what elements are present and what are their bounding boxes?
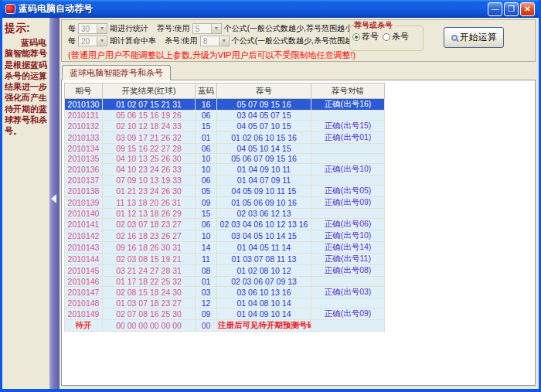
column-header-3[interactable]: 荐号 bbox=[217, 84, 311, 99]
table-row[interactable]: 201013911 13 18 20 26 310901 05 06 09 10… bbox=[65, 197, 385, 209]
restore-button[interactable]: ❐ bbox=[504, 2, 519, 16]
tab-blue-ball-picks[interactable]: 蓝球电脑智能荐号和杀号 bbox=[62, 65, 171, 80]
cell-pick: 04 05 09 10 11 15 bbox=[217, 186, 311, 197]
kill-formula-count-select[interactable]: 8 ▾ bbox=[200, 36, 230, 46]
cell-period: 2010131 bbox=[65, 111, 103, 121]
cell-pick: 02 03 06 07 09 13 bbox=[217, 277, 311, 287]
radio-icon[interactable] bbox=[352, 33, 360, 41]
magnifier-icon bbox=[451, 35, 458, 41]
run-button[interactable]: 开始运算 bbox=[444, 27, 504, 48]
column-header-0[interactable]: 期号 bbox=[65, 84, 103, 99]
table-row[interactable]: 201013707 09 10 13 19 330601 04 07 09 11 bbox=[65, 176, 385, 186]
tab-page: 期号开奖结果(红球)蓝码荐号荐号对错 201013001 02 07 15 21… bbox=[61, 80, 536, 386]
table-row[interactable]: 201014601 17 18 22 25 320102 03 06 07 09… bbox=[65, 277, 385, 287]
cell-result: 02 03 07 18 23 27 bbox=[103, 219, 196, 230]
table-row[interactable]: 201014402 03 08 15 19 211101 03 07 08 11… bbox=[65, 254, 385, 265]
column-header-4[interactable]: 荐号对错 bbox=[311, 84, 385, 99]
cell-pick: 01 04 09 10 14 bbox=[217, 308, 311, 320]
table-row[interactable]: 待开00 00 00 00 00 0000注册后可见待开期预测号码! bbox=[65, 320, 385, 332]
cell-result: 01 02 07 15 21 31 bbox=[103, 99, 196, 111]
cell-period: 2010140 bbox=[65, 209, 103, 219]
cell-pick: 01 02 08 10 12 bbox=[217, 265, 311, 277]
table-row[interactable]: 201014702 08 15 18 24 300303 06 10 13 16… bbox=[65, 287, 385, 298]
table-row[interactable]: 201014309 16 18 26 30 311401 04 05 11 14… bbox=[65, 242, 385, 254]
cell-blue: 08 bbox=[196, 265, 217, 277]
cell-blue: 01 bbox=[196, 132, 217, 144]
tip-body: 蓝码电脑智能荐号是根据蓝码杀号的运算结果进一步强化而产生待开期的蓝球荐号和杀号。 bbox=[5, 37, 48, 137]
cell-blue: 10 bbox=[196, 230, 217, 242]
table-row[interactable]: 201014503 21 24 27 28 310801 02 08 10 12… bbox=[65, 265, 385, 277]
cell-pick: 01 04 08 10 14 bbox=[217, 298, 311, 308]
cell-period: 2010141 bbox=[65, 219, 103, 230]
table-row[interactable]: 201013801 21 23 24 26 300504 05 09 10 11… bbox=[65, 186, 385, 197]
table-row[interactable]: 201014202 16 18 23 26 271003 04 05 10 14… bbox=[65, 230, 385, 242]
cell-period: 2010135 bbox=[65, 154, 103, 164]
cell-pick: 01 04 09 10 11 bbox=[217, 164, 311, 176]
cell-pick: 02 03 04 06 10 12 13 16 bbox=[217, 219, 311, 230]
chevron-down-icon[interactable]: ▾ bbox=[97, 36, 107, 46]
titlebar: 蓝码电脑自动荐号 — ❐ ✕ bbox=[2, 0, 539, 18]
table-row[interactable]: 201014102 03 07 18 23 270602 03 04 06 10… bbox=[65, 219, 385, 230]
cell-verdict bbox=[311, 320, 385, 332]
cell-verdict bbox=[311, 176, 385, 186]
table-row[interactable]: 201013604 10 23 24 26 331001 04 09 10 11… bbox=[65, 164, 385, 176]
kill-formula-count-value: 8 bbox=[201, 37, 219, 46]
mode-radio-label: 荐号 bbox=[362, 31, 379, 43]
stat-periods-value: 30 bbox=[79, 25, 97, 33]
chevron-down-icon[interactable]: ▾ bbox=[211, 24, 221, 33]
mode-radio-荐号[interactable]: 荐号 bbox=[352, 31, 379, 43]
cell-period: 2010130 bbox=[65, 99, 103, 111]
cell-pick: 03 06 10 13 16 bbox=[217, 287, 311, 298]
cell-pick: 04 05 07 10 15 bbox=[217, 121, 311, 132]
cell-blue: 14 bbox=[196, 242, 217, 254]
cell-pick: 01 04 07 09 11 bbox=[217, 176, 311, 186]
hitrate-periods-select[interactable]: 20 ▾ bbox=[78, 36, 107, 46]
stat-periods-select[interactable]: 30 ▾ bbox=[78, 23, 107, 34]
cell-result: 09 15 16 22 27 28 bbox=[103, 144, 196, 154]
column-header-2[interactable]: 蓝码 bbox=[196, 84, 217, 99]
cell-blue: 09 bbox=[196, 197, 217, 209]
cell-blue: 15 bbox=[196, 209, 217, 219]
table-row[interactable]: 201013105 06 15 16 19 260603 04 05 07 15 bbox=[65, 111, 385, 121]
mode-radio-杀号[interactable]: 杀号 bbox=[383, 31, 409, 43]
cell-result: 05 06 15 16 19 26 bbox=[103, 111, 196, 121]
cell-result: 02 07 08 16 25 30 bbox=[103, 308, 196, 320]
table-row[interactable]: 201013001 02 07 15 21 311605 07 09 15 16… bbox=[65, 99, 385, 111]
cell-blue: 10 bbox=[196, 154, 217, 164]
cell-verdict: 正确(出号05) bbox=[311, 186, 385, 197]
mode-groupbox: 荐号或杀号 荐号杀号 bbox=[349, 20, 424, 51]
column-header-1[interactable]: 开奖结果(红球) bbox=[103, 84, 196, 99]
close-button[interactable]: ✕ bbox=[520, 2, 535, 16]
cell-verdict: 正确(出号16) bbox=[311, 99, 385, 111]
chevron-down-icon[interactable]: ▾ bbox=[97, 24, 107, 33]
cell-period: 2010134 bbox=[65, 144, 103, 154]
cell-result: 07 09 10 13 19 33 bbox=[103, 176, 196, 186]
cell-result: 01 21 23 24 26 30 bbox=[103, 186, 196, 197]
cell-result: 03 09 17 21 26 32 bbox=[103, 132, 196, 144]
cell-pick: 01 05 06 09 10 16 bbox=[217, 197, 311, 209]
cell-result: 02 10 12 18 24 33 bbox=[103, 121, 196, 132]
table-row[interactable]: 201013202 10 12 18 24 331504 05 07 10 15… bbox=[65, 121, 385, 132]
table-row[interactable]: 201013303 09 17 21 26 320101 02 06 10 15… bbox=[65, 132, 385, 144]
pick-formula-count-select[interactable]: 5 ▾ bbox=[192, 23, 222, 34]
cell-blue: 01 bbox=[196, 277, 217, 287]
table-row[interactable]: 201014801 03 07 18 23 271201 04 08 10 14 bbox=[65, 298, 385, 308]
cell-result: 02 08 15 18 24 30 bbox=[103, 287, 196, 298]
minimize-button[interactable]: — bbox=[488, 2, 502, 16]
cell-pick: 05 07 09 15 16 bbox=[217, 99, 311, 111]
table-row[interactable]: 201014902 07 08 16 25 300901 04 09 10 14… bbox=[65, 308, 385, 320]
table-row[interactable]: 201013409 15 16 22 27 280604 05 10 14 15 bbox=[65, 144, 385, 154]
cell-verdict: 正确(出号09) bbox=[311, 308, 385, 320]
app-window: 蓝码电脑自动荐号 — ❐ ✕ 提示: 蓝码电脑智能荐号是根据蓝码杀号的运算结果进… bbox=[0, 0, 541, 392]
radio-icon[interactable] bbox=[383, 33, 390, 41]
cell-result: 11 13 18 20 26 31 bbox=[103, 197, 196, 209]
cell-pick: 04 05 10 14 15 bbox=[217, 144, 311, 154]
splitter-handle[interactable] bbox=[49, 18, 60, 389]
cell-blue: 06 bbox=[196, 144, 217, 154]
window-title: 蓝码电脑自动荐号 bbox=[19, 2, 488, 15]
chevron-down-icon[interactable]: ▾ bbox=[219, 36, 229, 46]
table-row[interactable]: 201014001 12 13 18 26 291502 03 06 12 13 bbox=[65, 209, 385, 219]
cell-blue: 09 bbox=[196, 308, 217, 320]
hitrate-periods-value: 20 bbox=[79, 37, 97, 46]
table-row[interactable]: 201013504 10 13 25 26 301005 06 07 09 15… bbox=[65, 154, 385, 164]
